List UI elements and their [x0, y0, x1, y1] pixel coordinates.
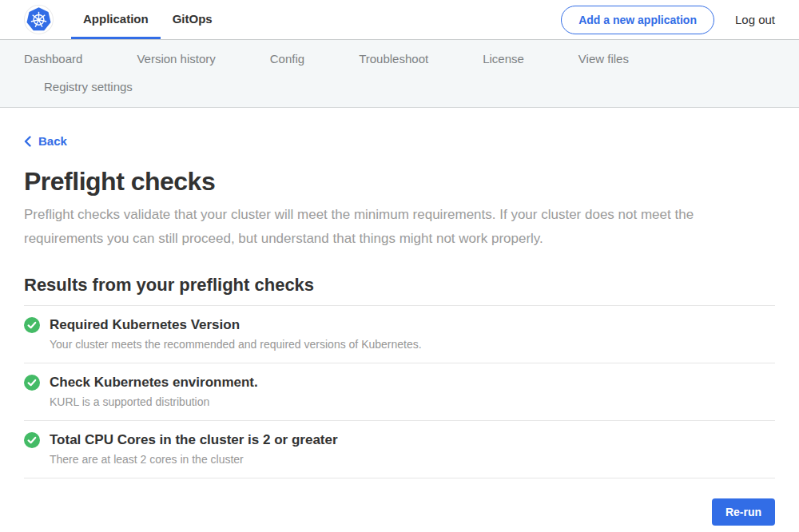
check-title: Required Kubernetes Version: [50, 316, 422, 333]
check-pass-icon: [24, 432, 40, 451]
logout-link[interactable]: Log out: [735, 13, 775, 26]
subnav-item-config[interactable]: Config: [270, 52, 304, 66]
subnav-item-license[interactable]: License: [483, 52, 524, 66]
subnav-item-registry-settings[interactable]: Registry settings: [44, 80, 133, 93]
page-title: Preflight checks: [24, 167, 775, 196]
subnav-item-view-files[interactable]: View files: [578, 52, 629, 66]
check-message: KURL is a supported distribution: [50, 395, 258, 409]
subnav-item-version-history[interactable]: Version history: [137, 52, 215, 66]
check-pass-icon: [24, 317, 40, 336]
rerun-button[interactable]: Re-run: [712, 498, 775, 526]
add-new-application-button[interactable]: Add a new application: [561, 6, 714, 34]
preflight-page: Back Preflight checks Preflight checks v…: [0, 108, 799, 526]
check-message: There are at least 2 cores in the cluste…: [50, 453, 338, 466]
page-description: Preflight checks validate that your clus…: [24, 203, 775, 251]
results-heading: Results from your preflight checks: [24, 274, 775, 296]
kubernetes-logo: [24, 0, 54, 39]
check-title: Check Kubernetes environment.: [50, 374, 258, 391]
top-header: Application GitOps Add a new application…: [0, 0, 799, 40]
subnav-item-troubleshoot[interactable]: Troubleshoot: [359, 52, 428, 66]
app-subnav: Dashboard Version history Config Trouble…: [0, 40, 799, 108]
chevron-left-icon: [24, 136, 31, 147]
check-message: Your cluster meets the recommended and r…: [50, 338, 422, 351]
primary-tabs: Application GitOps: [71, 0, 225, 39]
check-row-kubernetes-environment: Check Kubernetes environment. KURL is a …: [24, 363, 775, 421]
tab-application[interactable]: Application: [71, 0, 161, 39]
tab-application-label: Application: [83, 12, 149, 26]
check-row-kubernetes-version: Required Kubernetes Version Your cluster…: [24, 306, 775, 363]
preflight-results-list: Required Kubernetes Version Your cluster…: [24, 305, 775, 478]
back-label: Back: [38, 134, 67, 148]
back-link[interactable]: Back: [24, 134, 67, 148]
subnav-item-dashboard[interactable]: Dashboard: [24, 52, 82, 66]
check-pass-icon: [24, 375, 40, 394]
tab-gitops[interactable]: GitOps: [161, 0, 225, 39]
check-title: Total CPU Cores in the cluster is 2 or g…: [50, 431, 338, 448]
check-row-cpu-cores: Total CPU Cores in the cluster is 2 or g…: [24, 421, 775, 478]
tab-gitops-label: GitOps: [173, 12, 213, 26]
